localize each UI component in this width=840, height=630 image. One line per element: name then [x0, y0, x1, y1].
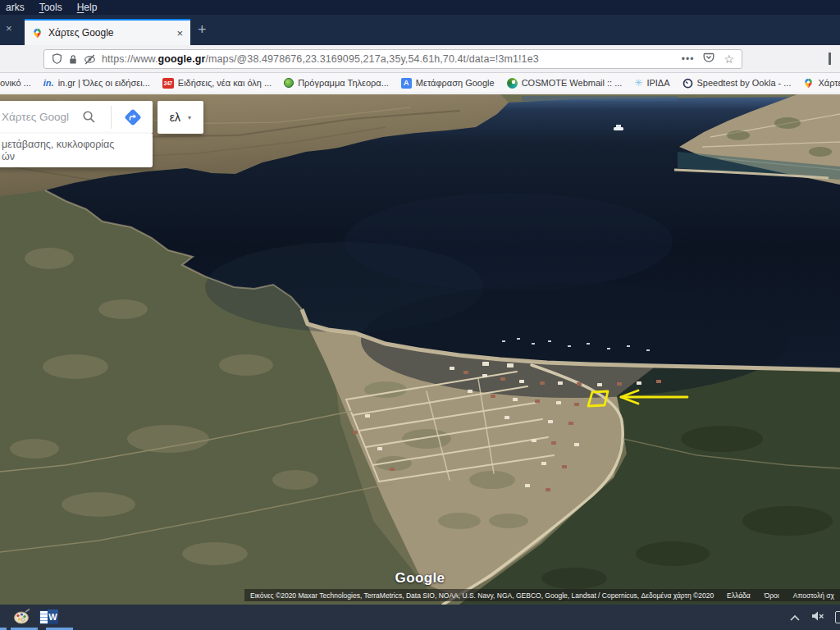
pocket-icon[interactable] — [703, 52, 714, 66]
search-icon[interactable] — [82, 110, 96, 127]
new-tab-icon[interactable]: + — [198, 21, 207, 39]
menu-item-bookmarks[interactable]: arks — [2, 2, 28, 13]
satellite-terrain — [0, 94, 840, 605]
map-viewport[interactable]: Χάρτες Googl μετάβασης, κυκλοφορίας ών ε… — [0, 94, 840, 605]
bookmark-item-translate[interactable]: AΜετάφραση Google — [401, 78, 495, 89]
library-icon-partial[interactable] — [829, 52, 831, 65]
tv-program-icon — [284, 78, 294, 88]
bookmark-star-icon[interactable]: ☆ — [724, 52, 734, 66]
tab-close-icon[interactable]: × — [176, 27, 183, 39]
irida-icon: ✳ — [634, 77, 642, 89]
bookmark-item-ingr[interactable]: in.in.gr | Όλες οι ειδήσει... — [43, 78, 150, 88]
attribution-text: Εικόνες ©2020 Maxar Technologies, TerraM… — [250, 591, 714, 600]
paint-taskbar-icon[interactable] — [12, 608, 31, 630]
page-actions-icon[interactable]: ••• — [682, 53, 695, 65]
divider — [111, 106, 112, 129]
google-translate-icon: A — [401, 78, 412, 89]
tab-bar: × Χάρτες Google × + — [0, 15, 840, 45]
menu-item-tools[interactable]: Tools — [36, 2, 66, 13]
bookmark-item-irida[interactable]: ✳ΙΡΙΔΑ — [634, 77, 669, 89]
stray-tab-close-icon[interactable]: × — [6, 23, 12, 34]
language-button[interactable]: ελ ▾ — [158, 101, 203, 134]
tracking-shield-icon[interactable] — [52, 53, 62, 65]
news247-icon: 247 — [162, 78, 174, 89]
directions-button[interactable] — [120, 107, 146, 127]
tray-icon-partial[interactable] — [835, 611, 840, 623]
tab-google-maps[interactable]: Χάρτες Google × — [25, 19, 190, 45]
system-tray — [789, 605, 835, 630]
speedtest-gauge-icon — [682, 78, 693, 89]
chevron-down-icon: ▾ — [188, 114, 191, 121]
bookmark-item-tv[interactable]: Πρόγραμμα Τηλεορα... — [284, 78, 389, 88]
attribution-region-link[interactable]: Ελλάδα — [727, 591, 751, 600]
bookmark-item-speedtest[interactable]: Speedtest by Ookla - ... — [682, 78, 792, 89]
menu-item-help[interactable]: Help — [74, 2, 101, 13]
ingr-icon: in. — [43, 78, 54, 88]
google-maps-pin-icon — [803, 78, 814, 89]
bookmark-item-cosmote[interactable]: COSMOTE Webmail :: ... — [507, 78, 623, 89]
tab-title: Χάρτες Google — [48, 27, 176, 39]
google-maps-pin-icon — [32, 28, 43, 39]
cosmote-webmail-icon — [507, 78, 518, 89]
bookmark-item[interactable]: ονικό ... — [0, 78, 31, 88]
lock-icon[interactable] — [68, 54, 78, 65]
terms-link[interactable]: Όροι — [765, 591, 779, 600]
show-hidden-icons-chevron[interactable] — [789, 610, 801, 625]
eye-slash-icon[interactable] — [84, 54, 96, 65]
navigation-toolbar: https://www.google.gr/maps/@38.4978676,2… — [0, 45, 840, 73]
search-input[interactable]: Χάρτες Googl — [2, 111, 80, 123]
map-attribution-bar: Εικόνες ©2020 Maxar Technologies, TerraM… — [244, 589, 840, 601]
muted-speaker-icon[interactable] — [811, 610, 824, 625]
google-logo[interactable]: Google — [0, 570, 840, 587]
menu-bar: arks Tools Help — [0, 0, 840, 15]
bookmark-item-maps[interactable]: Χάρτες Google — [803, 78, 840, 89]
windows-taskbar: W — [0, 605, 840, 630]
url-bar[interactable]: https://www.google.gr/maps/@38.4978676,2… — [43, 49, 742, 69]
send-feedback-link[interactable]: Αποστολή σχ — [793, 591, 834, 600]
maps-search-box[interactable]: Χάρτες Googl — [0, 101, 153, 134]
bookmark-item-news247[interactable]: 247Ειδήσεις, νέα και όλη ... — [162, 78, 272, 89]
url-text: https://www.google.gr/maps/@38.4978676,2… — [102, 53, 676, 65]
bookmarks-bar: ονικό ... in.in.gr | Όλες οι ειδήσει... … — [0, 73, 840, 94]
screen: arks Tools Help × Χάρτες Google × + — [0, 0, 840, 630]
search-suggestion[interactable]: μετάβασης, κυκλοφορίας ών — [0, 134, 153, 167]
